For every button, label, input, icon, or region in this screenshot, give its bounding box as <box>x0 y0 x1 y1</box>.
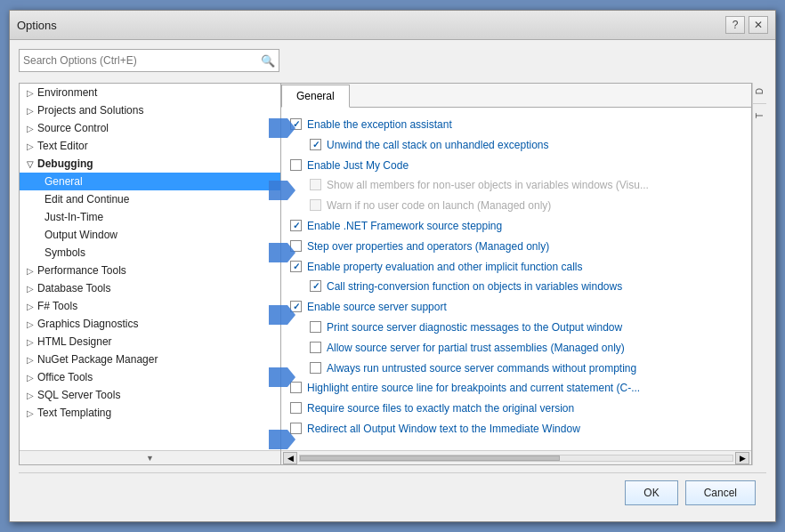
title-buttons: ? ✕ <box>725 16 768 34</box>
option-row-opt8: Enable property evaluation and other imp… <box>290 257 742 278</box>
options-container: Enable the exception assistantUnwind the… <box>290 115 742 439</box>
cancel-button[interactable]: Cancel <box>685 480 756 505</box>
tree-item-label: Projects and Solutions <box>37 104 143 117</box>
tree-item-label: Environment <box>37 86 97 99</box>
tree-item-projects[interactable]: ▷ Projects and Solutions <box>20 101 280 119</box>
option-row-opt3: Enable Just My Code <box>290 156 742 176</box>
checkbox-opt2[interactable] <box>310 139 321 150</box>
option-row-opt16: Redirect all Output Window text to the I… <box>290 419 742 439</box>
tree-item-label: Text Editor <box>37 140 88 152</box>
tree-item-symbols[interactable]: Symbols <box>20 244 280 262</box>
option-row-opt12: Allow source server for partial trust as… <box>290 338 742 359</box>
label-opt15: Require source files to exactly match th… <box>307 401 742 416</box>
label-opt13: Always run untrusted source server comma… <box>327 361 742 376</box>
right-label-d: D <box>751 85 768 98</box>
tree-item-label: Edit and Continue <box>45 193 129 206</box>
label-opt14: Highlight entire source line for breakpo… <box>307 381 742 396</box>
tree-item-database-tools[interactable]: ▷ Database Tools <box>20 279 280 297</box>
expand-arrow: ▷ <box>27 408 34 418</box>
tree-item-text-templating[interactable]: ▷ Text Templating <box>20 404 280 422</box>
checkbox-opt9[interactable] <box>310 280 321 292</box>
hscroll-track[interactable] <box>299 455 733 462</box>
tree-item-edit-continue[interactable]: Edit and Continue <box>20 190 280 208</box>
option-row-opt11: Print source server diagnostic messages … <box>290 318 742 338</box>
checkbox-opt12[interactable] <box>310 342 321 353</box>
tree-item-performance-tools[interactable]: ▷ Performance Tools <box>20 262 280 279</box>
option-row-opt4: Show all members for non-user objects in… <box>290 175 742 196</box>
tree-item-label: Output Window <box>45 229 117 241</box>
label-opt2: Unwind the call stack on unhandled excep… <box>327 138 742 153</box>
tree-item-output-window[interactable]: Output Window <box>20 226 280 244</box>
tree-item-general[interactable]: General <box>20 173 280 190</box>
expand-arrow: ▽ <box>27 159 34 169</box>
search-icon: 🔍 <box>261 54 275 68</box>
ok-button[interactable]: OK <box>625 480 677 505</box>
tree-item-label: General <box>45 175 83 188</box>
tree-item-office-tools[interactable]: ▷ Office Tools <box>20 368 280 386</box>
tree-scroll[interactable]: ▷ Environment ▷ Projects and Solutions ▷… <box>20 84 280 450</box>
title-bar: Options ? ✕ <box>10 11 775 40</box>
tree-item-label: Source Control <box>37 122 109 134</box>
tree-item-label: Performance Tools <box>37 264 126 277</box>
option-row-opt10: Enable source server support <box>290 297 742 318</box>
options-scroll[interactable]: Enable the exception assistantUnwind the… <box>281 108 751 450</box>
close-button[interactable]: ✕ <box>749 16 768 34</box>
tree-item-label: NuGet Package Manager <box>37 353 158 366</box>
option-row-opt9: Call string-conversion function on objec… <box>290 277 742 297</box>
tree-item-sql-server-tools[interactable]: ▷ SQL Server Tools <box>20 386 280 404</box>
options-dialog: Options ? ✕ 🔍 ▷ Environment <box>9 10 776 522</box>
expand-arrow: ▷ <box>27 88 34 98</box>
expand-arrow: ▷ <box>27 284 34 294</box>
expand-arrow: ▷ <box>27 337 34 347</box>
expand-arrow: ▷ <box>27 266 34 276</box>
label-opt8: Enable property evaluation and other imp… <box>307 260 742 275</box>
option-row-opt6: Enable .NET Framework source stepping <box>290 216 742 237</box>
search-row: 🔍 <box>19 49 766 72</box>
expand-arrow: ▷ <box>27 373 34 383</box>
blue-arrow-5 <box>269 367 295 387</box>
option-row-opt7: Step over properties and operators (Mana… <box>290 237 742 257</box>
help-button[interactable]: ? <box>725 16 745 34</box>
expand-arrow: ▷ <box>27 302 34 311</box>
expand-arrow: ▷ <box>27 124 34 133</box>
tree-item-environment[interactable]: ▷ Environment <box>20 84 280 101</box>
option-row-opt2: Unwind the call stack on unhandled excep… <box>290 135 742 156</box>
horizontal-scrollbar[interactable]: ◀ ▶ <box>281 450 751 464</box>
blue-arrow-6 <box>269 430 295 449</box>
tree-item-label: Text Templating <box>37 407 111 419</box>
right-side-panel: D T <box>752 83 766 465</box>
label-opt5: Warn if no user code on launch (Managed … <box>327 198 742 214</box>
tree-item-debugging[interactable]: ▽ Debugging <box>20 155 280 173</box>
expand-arrow: ▷ <box>27 141 34 151</box>
footer: OK Cancel <box>19 472 766 512</box>
checkbox-opt11[interactable] <box>310 321 321 333</box>
checkbox-opt13[interactable] <box>310 362 321 374</box>
main-content-area: ▷ Environment ▷ Projects and Solutions ▷… <box>19 83 766 465</box>
tree-item-label: Database Tools <box>37 282 111 294</box>
blue-arrow-2 <box>269 181 295 200</box>
tree-item-html-designer[interactable]: ▷ HTML Designer <box>20 333 280 351</box>
label-opt4: Show all members for non-user objects in… <box>327 178 742 193</box>
tree-item-fsharp-tools[interactable]: ▷ F# Tools <box>20 297 280 315</box>
label-opt3: Enable Just My Code <box>307 158 742 173</box>
option-row-opt13: Always run untrusted source server comma… <box>290 359 742 379</box>
tree-item-text-editor[interactable]: ▷ Text Editor <box>20 137 280 155</box>
tree-item-nuget[interactable]: ▷ NuGet Package Manager <box>20 351 280 368</box>
tree-scroll-bottom[interactable]: ▼ <box>20 450 280 464</box>
search-box: 🔍 <box>19 49 279 72</box>
search-input[interactable] <box>23 54 261 67</box>
tree-item-label: Office Tools <box>37 371 93 383</box>
hscroll-left-btn[interactable]: ◀ <box>283 452 297 464</box>
tree-item-label: Just-In-Time <box>45 211 103 223</box>
tree-item-label: Debugging <box>37 157 93 170</box>
blue-arrow-4 <box>269 305 295 325</box>
hscroll-right-btn[interactable]: ▶ <box>735 452 749 464</box>
tree-item-graphics-diagnostics[interactable]: ▷ Graphics Diagnostics <box>20 315 280 333</box>
option-row-opt15: Require source files to exactly match th… <box>290 399 742 419</box>
tab-general[interactable]: General <box>281 85 350 108</box>
tree-item-source-control[interactable]: ▷ Source Control <box>20 119 280 137</box>
splitter-arrows <box>269 109 295 449</box>
right-panel: General Enable the exception assistantUn… <box>281 83 752 465</box>
expand-arrow: ▷ <box>27 355 34 365</box>
tree-item-just-in-time[interactable]: Just-In-Time <box>20 208 280 226</box>
